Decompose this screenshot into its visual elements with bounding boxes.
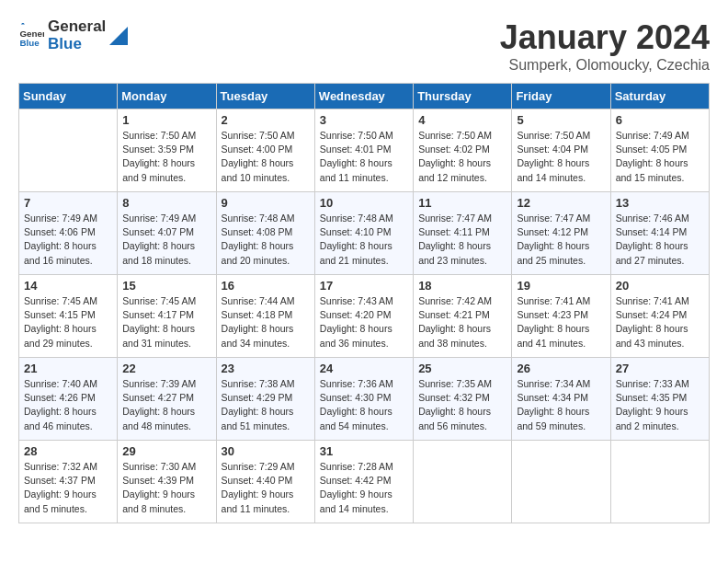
day-number: 7: [24, 196, 112, 210]
cell-content: Sunrise: 7:41 AM Sunset: 4:24 PM Dayligh…: [616, 294, 704, 350]
calendar-cell: 23Sunrise: 7:38 AM Sunset: 4:29 PM Dayli…: [216, 358, 314, 441]
logo-blue: Blue: [48, 36, 106, 53]
day-number: 27: [616, 362, 704, 375]
calendar-cell: 11Sunrise: 7:47 AM Sunset: 4:11 PM Dayli…: [414, 192, 512, 275]
calendar-cell: 20Sunrise: 7:41 AM Sunset: 4:24 PM Dayli…: [610, 275, 709, 358]
day-number: 19: [517, 279, 605, 293]
cell-content: Sunrise: 7:49 AM Sunset: 4:07 PM Dayligh…: [122, 212, 210, 268]
cell-content: Sunrise: 7:50 AM Sunset: 4:01 PM Dayligh…: [320, 129, 408, 185]
day-number: 6: [616, 113, 704, 127]
day-number: 10: [320, 196, 408, 210]
title-block: January 2024 Sumperk, Olomoucky, Czechia: [500, 18, 710, 74]
day-number: 24: [320, 362, 408, 375]
calendar-cell: 7Sunrise: 7:49 AM Sunset: 4:06 PM Daylig…: [19, 192, 118, 275]
calendar-cell: 24Sunrise: 7:36 AM Sunset: 4:30 PM Dayli…: [314, 358, 413, 441]
day-of-week-header: Sunday: [19, 84, 118, 109]
calendar-cell: 17Sunrise: 7:43 AM Sunset: 4:20 PM Dayli…: [314, 275, 413, 358]
day-number: 12: [517, 196, 605, 210]
cell-content: Sunrise: 7:45 AM Sunset: 4:17 PM Dayligh…: [122, 294, 210, 350]
logo: General Blue General Blue: [18, 18, 128, 52]
day-of-week-header: Friday: [512, 84, 610, 109]
cell-content: Sunrise: 7:44 AM Sunset: 4:18 PM Dayligh…: [222, 294, 310, 350]
day-of-week-header: Tuesday: [216, 84, 314, 109]
day-number: 11: [418, 196, 506, 210]
calendar-cell: 26Sunrise: 7:34 AM Sunset: 4:34 PM Dayli…: [512, 358, 610, 441]
cell-content: Sunrise: 7:39 AM Sunset: 4:27 PM Dayligh…: [122, 377, 210, 433]
calendar-table: SundayMondayTuesdayWednesdayThursdayFrid…: [18, 83, 710, 523]
cell-content: Sunrise: 7:34 AM Sunset: 4:34 PM Dayligh…: [517, 377, 605, 433]
cell-content: Sunrise: 7:48 AM Sunset: 4:08 PM Dayligh…: [222, 212, 310, 268]
calendar-cell: 1Sunrise: 7:50 AM Sunset: 3:59 PM Daylig…: [118, 109, 216, 192]
day-number: 17: [320, 279, 408, 293]
calendar-cell: [512, 441, 610, 523]
cell-content: Sunrise: 7:50 AM Sunset: 4:02 PM Dayligh…: [418, 129, 506, 185]
calendar-week-row: 7Sunrise: 7:49 AM Sunset: 4:06 PM Daylig…: [19, 192, 710, 275]
calendar-week-row: 14Sunrise: 7:45 AM Sunset: 4:15 PM Dayli…: [19, 275, 710, 358]
calendar-week-row: 21Sunrise: 7:40 AM Sunset: 4:26 PM Dayli…: [19, 358, 710, 441]
day-number: 15: [122, 279, 210, 293]
calendar-cell: 8Sunrise: 7:49 AM Sunset: 4:07 PM Daylig…: [118, 192, 216, 275]
day-number: 26: [517, 362, 605, 375]
calendar-week-row: 1Sunrise: 7:50 AM Sunset: 3:59 PM Daylig…: [19, 109, 710, 192]
day-number: 28: [24, 444, 112, 458]
day-number: 21: [24, 362, 112, 375]
calendar-cell: 9Sunrise: 7:48 AM Sunset: 4:08 PM Daylig…: [216, 192, 314, 275]
calendar-cell: 29Sunrise: 7:30 AM Sunset: 4:39 PM Dayli…: [118, 441, 216, 523]
calendar-cell: [610, 441, 709, 523]
svg-marker-3: [109, 27, 128, 45]
cell-content: Sunrise: 7:47 AM Sunset: 4:12 PM Dayligh…: [517, 212, 605, 268]
calendar-cell: 22Sunrise: 7:39 AM Sunset: 4:27 PM Dayli…: [118, 358, 216, 441]
cell-content: Sunrise: 7:50 AM Sunset: 3:59 PM Dayligh…: [122, 129, 210, 185]
day-of-week-header: Saturday: [610, 84, 709, 109]
cell-content: Sunrise: 7:45 AM Sunset: 4:15 PM Dayligh…: [24, 294, 112, 350]
cell-content: Sunrise: 7:43 AM Sunset: 4:20 PM Dayligh…: [320, 294, 408, 350]
cell-content: Sunrise: 7:40 AM Sunset: 4:26 PM Dayligh…: [24, 377, 112, 433]
cell-content: Sunrise: 7:49 AM Sunset: 4:05 PM Dayligh…: [616, 129, 704, 185]
calendar-cell: 30Sunrise: 7:29 AM Sunset: 4:40 PM Dayli…: [216, 441, 314, 523]
location-subtitle: Sumperk, Olomoucky, Czechia: [500, 57, 710, 74]
day-number: 14: [24, 279, 112, 293]
calendar-cell: 10Sunrise: 7:48 AM Sunset: 4:10 PM Dayli…: [314, 192, 413, 275]
cell-content: Sunrise: 7:42 AM Sunset: 4:21 PM Dayligh…: [418, 294, 506, 350]
calendar-cell: 6Sunrise: 7:49 AM Sunset: 4:05 PM Daylig…: [610, 109, 709, 192]
calendar-cell: 18Sunrise: 7:42 AM Sunset: 4:21 PM Dayli…: [414, 275, 512, 358]
day-of-week-header: Monday: [118, 84, 216, 109]
cell-content: Sunrise: 7:36 AM Sunset: 4:30 PM Dayligh…: [320, 377, 408, 433]
cell-content: Sunrise: 7:49 AM Sunset: 4:06 PM Dayligh…: [24, 212, 112, 268]
calendar-cell: [19, 109, 118, 192]
day-of-week-header: Thursday: [414, 84, 512, 109]
calendar-cell: 13Sunrise: 7:46 AM Sunset: 4:14 PM Dayli…: [610, 192, 709, 275]
calendar-cell: 25Sunrise: 7:35 AM Sunset: 4:32 PM Dayli…: [414, 358, 512, 441]
svg-text:Blue: Blue: [19, 38, 40, 48]
cell-content: Sunrise: 7:30 AM Sunset: 4:39 PM Dayligh…: [122, 460, 210, 516]
calendar-cell: 28Sunrise: 7:32 AM Sunset: 4:37 PM Dayli…: [19, 441, 118, 523]
day-number: 3: [320, 113, 408, 127]
cell-content: Sunrise: 7:28 AM Sunset: 4:42 PM Dayligh…: [320, 460, 408, 516]
cell-content: Sunrise: 7:41 AM Sunset: 4:23 PM Dayligh…: [517, 294, 605, 350]
calendar-cell: 3Sunrise: 7:50 AM Sunset: 4:01 PM Daylig…: [314, 109, 413, 192]
calendar-cell: 15Sunrise: 7:45 AM Sunset: 4:17 PM Dayli…: [118, 275, 216, 358]
calendar-header-row: SundayMondayTuesdayWednesdayThursdayFrid…: [19, 84, 710, 109]
day-number: 8: [122, 196, 210, 210]
logo-general: General: [48, 18, 106, 36]
calendar-cell: 14Sunrise: 7:45 AM Sunset: 4:15 PM Dayli…: [19, 275, 118, 358]
cell-content: Sunrise: 7:32 AM Sunset: 4:37 PM Dayligh…: [24, 460, 112, 516]
day-number: 13: [616, 196, 704, 210]
cell-content: Sunrise: 7:50 AM Sunset: 4:00 PM Dayligh…: [222, 129, 310, 185]
day-number: 23: [222, 362, 310, 375]
cell-content: Sunrise: 7:29 AM Sunset: 4:40 PM Dayligh…: [222, 460, 310, 516]
month-year-title: January 2024: [500, 18, 710, 57]
calendar-cell: 12Sunrise: 7:47 AM Sunset: 4:12 PM Dayli…: [512, 192, 610, 275]
day-number: 20: [616, 279, 704, 293]
calendar-cell: 27Sunrise: 7:33 AM Sunset: 4:35 PM Dayli…: [610, 358, 709, 441]
page-header: General Blue General Blue January 2024 S…: [18, 18, 710, 74]
cell-content: Sunrise: 7:50 AM Sunset: 4:04 PM Dayligh…: [517, 129, 605, 185]
day-number: 2: [222, 113, 310, 127]
calendar-cell: 2Sunrise: 7:50 AM Sunset: 4:00 PM Daylig…: [216, 109, 314, 192]
calendar-cell: 5Sunrise: 7:50 AM Sunset: 4:04 PM Daylig…: [512, 109, 610, 192]
day-number: 29: [122, 444, 210, 458]
day-number: 1: [122, 113, 210, 127]
cell-content: Sunrise: 7:33 AM Sunset: 4:35 PM Dayligh…: [616, 377, 704, 433]
calendar-cell: 19Sunrise: 7:41 AM Sunset: 4:23 PM Dayli…: [512, 275, 610, 358]
day-number: 18: [418, 279, 506, 293]
